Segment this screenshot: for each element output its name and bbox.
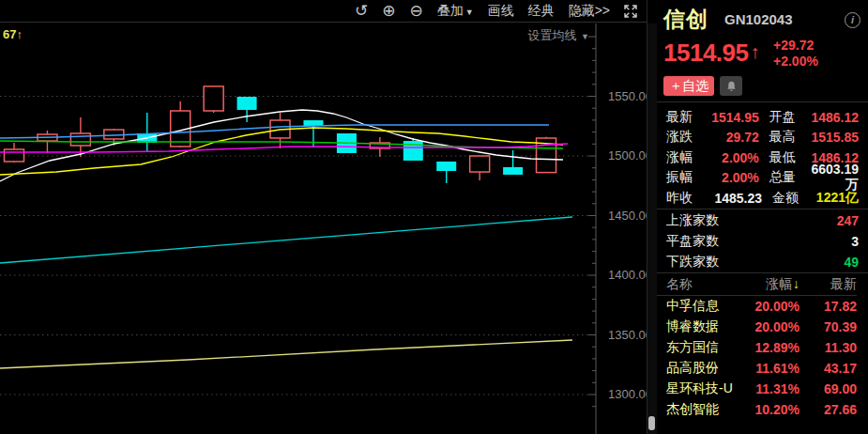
stock-row-last: 17.82 [799, 299, 857, 314]
last-price: 1514.95 [663, 39, 748, 66]
count-value: 247 [719, 213, 859, 228]
stock-row-pct: 11.31% [747, 381, 799, 396]
kline-chart[interactable]: 1550.001500.001450.001400.001350.001300.… [0, 23, 647, 434]
quote-label: 振幅 [666, 169, 708, 186]
stock-row-name: 博睿数据 [666, 318, 747, 335]
fullscreen-icon[interactable] [624, 5, 637, 18]
stock-row-pct: 20.00% [747, 319, 799, 334]
count-value: 49 [719, 255, 859, 270]
hide-button[interactable]: 隐藏>> [569, 3, 610, 20]
info-icon[interactable]: i [845, 12, 860, 28]
ma-corner-label: 67↑ [3, 27, 23, 41]
sort-down-icon: ↓ [793, 276, 799, 291]
candle-body-down [303, 120, 323, 126]
stock-row-name: 品高股份 [666, 360, 747, 377]
change-value: +29.72 [773, 38, 818, 54]
quote-label: 昨收 [666, 190, 709, 207]
table-row[interactable]: 博睿数据20.00%70.39 [657, 317, 857, 337]
count-label: 上涨家数 [666, 212, 719, 229]
candle-body-down [237, 97, 257, 110]
add-watchlist-button[interactable]: ＋自选 [663, 76, 714, 96]
draw-line-button[interactable]: 画线 [488, 3, 514, 20]
chart-scrollbar[interactable] [647, 23, 657, 434]
quote-row: 昨收1485.23金额1221亿 [657, 188, 868, 209]
quote-row: 振幅2.00%总量6603.19万 [657, 168, 868, 189]
bell-icon [725, 80, 738, 93]
header-name[interactable]: 名称 [666, 276, 732, 293]
candle-body-up [204, 86, 223, 111]
table-row[interactable]: 品高股份11.61%43.17 [657, 358, 857, 379]
ma-paleyellow [0, 340, 572, 368]
up-arrow-icon: ↑ [750, 39, 759, 64]
quote-label: 最高 [769, 129, 812, 146]
axis-tick-label: 1550.00 [608, 89, 647, 103]
overlay-menu[interactable]: 叠加▼ [437, 3, 474, 20]
candle-body-down [436, 162, 456, 171]
stock-row-last: 43.17 [799, 361, 857, 376]
quote-value: 1485.23 [709, 191, 762, 206]
header-pct-sort[interactable]: 涨幅↓ [732, 276, 799, 293]
axis-tick-label: 1500.00 [608, 148, 647, 163]
ma-cyan [0, 217, 572, 263]
table-row[interactable]: 星环科技-U11.31%69.00 [657, 379, 857, 399]
candle-body-up [104, 130, 124, 139]
quote-value: 29.72 [708, 130, 759, 145]
separator [657, 101, 868, 102]
stock-table-header: 名称 涨幅↓ 最新 [657, 274, 857, 295]
quote-value: 1486.12 [811, 110, 859, 125]
table-row[interactable]: 中孚信息20.00%17.82 [657, 296, 857, 317]
undo-icon[interactable]: ↺ [355, 3, 368, 19]
quote-value: 1515.85 [811, 130, 859, 145]
quote-row: 最新1514.95开盘1486.12 [657, 107, 868, 128]
header-last[interactable]: 最新 [799, 276, 857, 293]
candle-body-down [404, 141, 423, 161]
stock-code: GN102043 [724, 11, 793, 27]
quote-value: 1514.95 [708, 110, 759, 125]
axis-tick-label: 1350.00 [608, 328, 647, 342]
chevron-down-icon: ▼ [579, 32, 589, 41]
change-block: +29.72 +2.00% [773, 38, 818, 70]
overlay-label: 叠加 [437, 3, 464, 18]
separator [657, 209, 868, 209]
classic-button[interactable]: 经典 [528, 3, 555, 20]
price-row: 1514.95 ↑ [663, 39, 759, 66]
change-percent: +2.00% [773, 54, 818, 70]
alert-bell-button[interactable] [720, 76, 742, 96]
header-pct-label: 涨幅 [766, 276, 792, 291]
stock-row-name: 东方国信 [666, 339, 747, 356]
count-label: 下跌家数 [666, 254, 719, 271]
quote-row: 涨跌29.72最高1515.85 [657, 128, 868, 148]
count-label: 平盘家数 [666, 233, 719, 250]
stock-row-pct: 12.89% [747, 340, 799, 355]
stock-row-last: 27.66 [799, 402, 857, 417]
stock-row-name: 杰创智能 [666, 401, 747, 418]
count-row: 平盘家数3 [657, 231, 868, 252]
stock-name: 信创 [663, 5, 708, 34]
chevron-down-icon: ▼ [465, 8, 474, 17]
quote-label: 最低 [769, 149, 812, 166]
chart-scrollbar-thumb[interactable] [648, 416, 655, 430]
quote-value: 1221亿 [815, 190, 859, 207]
quote-grid: 最新1514.95开盘1486.12涨跌29.72最高1515.85涨幅2.00… [657, 107, 868, 209]
quote-panel: 信创 GN102043 i 1514.95 ↑ +29.72 +2.00% ＋自… [657, 0, 868, 434]
quote-value: 2.00% [708, 150, 759, 165]
stock-row-last: 11.30 [799, 340, 857, 355]
count-row: 上涨家数247 [657, 210, 868, 231]
candle-body-up [5, 149, 24, 162]
quote-label: 金额 [772, 190, 815, 207]
count-row: 下跌家数49 [657, 252, 868, 272]
table-row[interactable]: 杰创智能10.20%27.66 [657, 399, 857, 420]
candle-body-up [70, 133, 90, 146]
zoom-in-icon[interactable]: ⊕ [382, 3, 395, 19]
quote-label: 最新 [666, 109, 708, 126]
count-value: 3 [719, 234, 859, 249]
kline-canvas: 1550.001500.001450.001400.001350.001300.… [0, 23, 647, 434]
ma-settings-button[interactable]: 设置均线 ▼ [528, 27, 589, 44]
axis-tick-label: 1400.00 [608, 268, 647, 282]
axis-tick-label: 1450.00 [608, 209, 647, 223]
zoom-out-icon[interactable]: ⊖ [409, 3, 422, 19]
stock-row-name: 中孚信息 [666, 298, 747, 315]
stock-table: 中孚信息20.00%17.82博睿数据20.00%70.39东方国信12.89%… [657, 296, 857, 420]
axis-tick-label: 1300.00 [608, 387, 647, 401]
table-row[interactable]: 东方国信12.89%11.30 [657, 337, 857, 358]
